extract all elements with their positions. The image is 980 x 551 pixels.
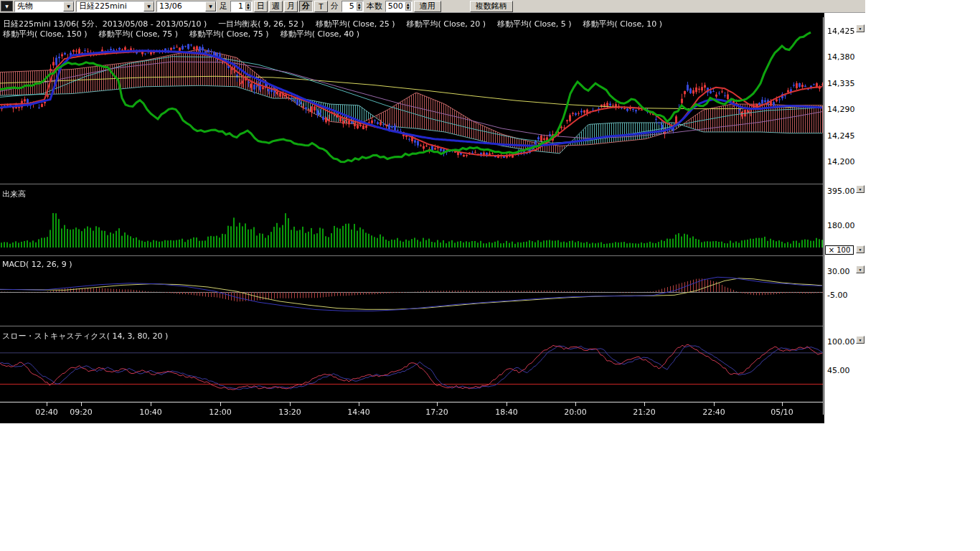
price-chart-canvas[interactable] xyxy=(0,13,824,423)
macd-axis-label: 30.00 xyxy=(827,268,850,276)
interval-value: 1 xyxy=(233,1,243,11)
price-pane-scale-button[interactable]: ▼ xyxy=(856,24,864,32)
chevron-down-icon[interactable]: ▼ xyxy=(205,1,216,11)
volume-pane-scale-button[interactable]: ▼ xyxy=(856,185,864,193)
macd-axis-label: -5.00 xyxy=(827,291,847,300)
chart-title-line1: 日経225mini 13/06( 5分、2013/05/08 - 2013/05… xyxy=(3,19,674,29)
period-week-button[interactable]: 週 xyxy=(269,1,283,12)
indicator-label: 移動平均( Close, 10 ) xyxy=(583,19,663,29)
multiplier-scale-button[interactable]: ▼ xyxy=(856,245,864,253)
spinner-down-icon[interactable]: ▼ xyxy=(358,6,361,10)
time-axis-label: 10:40 xyxy=(139,408,162,417)
symbol-select-value: 日経225mini xyxy=(79,1,127,11)
price-axis-label: 14,245 xyxy=(827,132,855,141)
time-axis-label: 22:40 xyxy=(702,408,725,417)
multi-symbol-button[interactable]: 複数銘柄 xyxy=(470,1,513,12)
time-axis-label: 20:00 xyxy=(564,408,587,417)
chart-application-window: ▼ 先物 ▼ 日経225mini ▼ 13/06 ▼ 足 1 ▲▼ 日 週 月 … xyxy=(0,0,865,423)
indicator-label: 移動平均( Close, 20 ) xyxy=(406,19,486,29)
volume-axis-label: 395.00 xyxy=(827,187,855,196)
indicator-label: 移動平均( Close, 75 ) xyxy=(99,29,179,39)
chevron-down-icon[interactable]: ▼ xyxy=(63,1,74,11)
time-axis-label: 09:20 xyxy=(70,408,93,417)
volume-pane-label: 出来高 xyxy=(2,189,26,199)
chevron-down-icon: ▼ xyxy=(5,4,9,9)
indicator-label: 移動平均( Close, 150 ) xyxy=(3,29,88,39)
time-axis-label: 18:40 xyxy=(495,408,518,417)
macd-pane-label: MACD( 12, 26, 9 ) xyxy=(2,260,72,269)
period-minute-button[interactable]: 分 xyxy=(299,1,313,12)
stoch-axis-label: 45.00 xyxy=(827,367,850,375)
time-axis-label: 21:20 xyxy=(633,408,656,417)
bar-type-label: 足 xyxy=(218,1,229,11)
spinner-arrows-icon[interactable]: ▲▼ xyxy=(405,2,411,11)
time-axis-label: 13:20 xyxy=(278,408,301,417)
interval-stepper[interactable]: 1 ▲▼ xyxy=(230,1,253,12)
market-select[interactable]: 先物 ▼ xyxy=(14,1,75,12)
time-axis-label: 12:00 xyxy=(209,408,232,417)
indicator-label: 移動平均( Close, 25 ) xyxy=(316,19,395,29)
bar-count-value: 500 xyxy=(388,1,403,11)
minutes-stepper[interactable]: 5 ▲▼ xyxy=(341,1,364,12)
price-axis-strip: ▼ ▼ × 100 ▼ ▼ ▼ 14,42514,38014,33514,290… xyxy=(824,13,865,423)
time-axis-label: 05/10 xyxy=(771,408,793,417)
time-axis-label: 02:40 xyxy=(35,408,58,417)
stoch-axis-label: 100.00 xyxy=(827,338,855,347)
price-axis-label: 14,425 xyxy=(827,27,855,36)
spinner-down-icon[interactable]: ▼ xyxy=(407,6,410,10)
period-tick-button[interactable]: T xyxy=(314,1,328,12)
bar-count-stepper[interactable]: 500 ▲▼ xyxy=(385,1,413,12)
price-axis-label: 14,290 xyxy=(827,105,855,114)
spinner-down-icon[interactable]: ▼ xyxy=(247,6,250,10)
chart-area: 日経225mini 13/06( 5分、2013/05/08 - 2013/05… xyxy=(0,13,824,423)
contract-select-value: 13/06 xyxy=(159,1,182,11)
indicator-label: 移動平均( Close, 40 ) xyxy=(281,29,360,39)
toolbar: ▼ 先物 ▼ 日経225mini ▼ 13/06 ▼ 足 1 ▲▼ 日 週 月 … xyxy=(0,0,865,13)
indicator-label: 移動平均( Close, 75 ) xyxy=(189,29,269,39)
window-menu-dropdown[interactable]: ▼ xyxy=(1,1,13,11)
stochastics-pane-label: スロー・ストキャスティクス( 14, 3, 80, 20 ) xyxy=(2,331,168,342)
stoch-pane-scale-button[interactable]: ▼ xyxy=(856,336,864,344)
market-select-value: 先物 xyxy=(17,1,33,11)
spinner-arrows-icon[interactable]: ▲▼ xyxy=(245,2,251,11)
time-axis-label: 14:40 xyxy=(347,408,370,417)
price-axis-label: 14,335 xyxy=(827,80,855,88)
minute-unit-label: 分 xyxy=(329,1,340,11)
indicator-label: 移動平均( Close, 5 ) xyxy=(497,19,572,29)
volume-axis-label: 180.00 xyxy=(827,222,855,230)
volume-multiplier-badge: × 100 xyxy=(825,245,854,255)
indicator-label: 日経225mini 13/06( 5分、2013/05/08 - 2013/05… xyxy=(3,19,207,29)
spinner-arrows-icon[interactable]: ▲▼ xyxy=(357,2,362,11)
minutes-value: 5 xyxy=(344,1,354,11)
macd-pane-scale-button[interactable]: ▼ xyxy=(856,265,864,273)
period-day-button[interactable]: 日 xyxy=(254,1,268,12)
apply-button[interactable]: 適用 xyxy=(414,1,441,12)
symbol-select[interactable]: 日経225mini ▼ xyxy=(76,1,155,12)
price-axis-label: 14,380 xyxy=(827,53,855,62)
price-axis-label: 14,200 xyxy=(827,158,855,166)
chevron-down-icon[interactable]: ▼ xyxy=(143,1,154,11)
bar-count-label: 本数 xyxy=(365,1,384,11)
time-axis-label: 17:20 xyxy=(425,408,448,417)
chart-title-line2: 移動平均( Close, 150 )移動平均( Close, 75 )移動平均(… xyxy=(3,29,371,39)
contract-select[interactable]: 13/06 ▼ xyxy=(156,1,217,12)
indicator-label: 一目均衡表( 9, 26, 52 ) xyxy=(218,19,304,29)
period-month-button[interactable]: 月 xyxy=(284,1,298,12)
